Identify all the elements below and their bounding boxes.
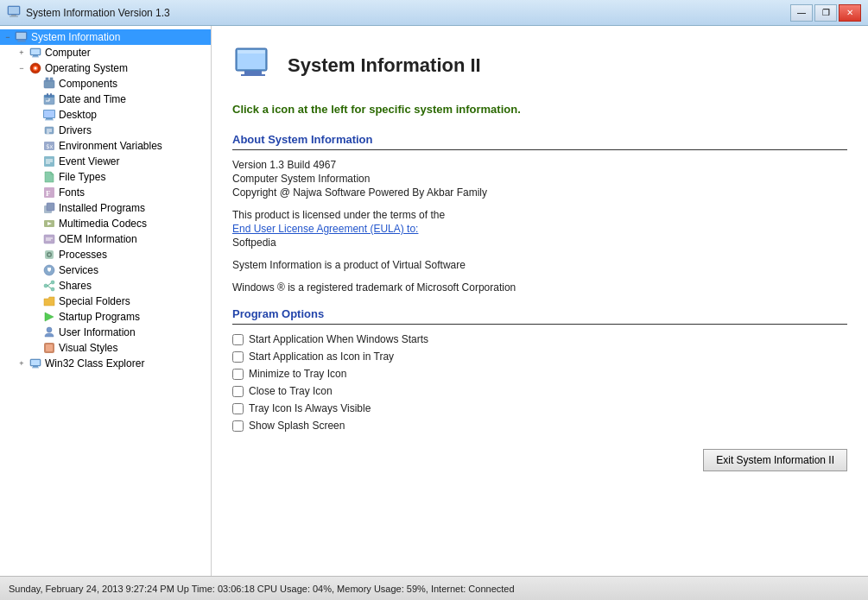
sidebar-item-label-shares: Shares	[59, 280, 92, 292]
checkbox-minimize-tray-label: Minimize to Tray Icon	[249, 368, 346, 380]
sidebar-item-shares[interactable]: Shares	[0, 278, 211, 294]
computer-small-icon	[29, 46, 42, 60]
exit-button[interactable]: Exit System Information II	[703, 449, 847, 471]
checkbox-splash-screen-label: Show Splash Screen	[249, 420, 345, 432]
sidebar-item-event-viewer[interactable]: Event Viewer	[0, 154, 211, 169]
sidebar-item-special-folders[interactable]: Special Folders	[0, 294, 211, 309]
no-expand-ip	[29, 202, 41, 214]
svg-rect-5	[16, 33, 26, 39]
svg-point-50	[48, 254, 51, 256]
sidebar-item-label-user-info: User Information	[59, 326, 136, 338]
svg-rect-19	[44, 95, 54, 98]
svg-rect-7	[17, 41, 26, 42]
svg-point-58	[47, 327, 52, 332]
svg-rect-3	[10, 16, 18, 17]
sidebar-item-visual-styles[interactable]: Visual Styles	[0, 340, 211, 356]
checkbox-close-tray-label: Close to Tray Icon	[249, 385, 333, 397]
envvars-icon: $x	[42, 139, 56, 153]
checkbox-splash-screen: Show Splash Screen	[232, 420, 847, 432]
sidebar-item-fonts[interactable]: F Fonts	[0, 185, 211, 200]
panel-header: System Information II	[232, 43, 847, 87]
product-line: System Information is a product of Virtu…	[232, 259, 847, 271]
svg-rect-6	[18, 40, 25, 41]
panel-title: System Information II	[288, 54, 481, 77]
svg-rect-11	[32, 57, 39, 58]
svg-rect-62	[31, 360, 40, 365]
svg-point-53	[51, 281, 54, 284]
sidebar-item-label-desktop: Desktop	[59, 109, 97, 121]
checkbox-minimize-tray-input[interactable]	[232, 369, 244, 380]
no-expand-dk	[29, 109, 41, 121]
eula-link-line[interactable]: End User License Agreement (EULA) to:	[232, 223, 847, 235]
checkbox-start-windows: Start Application When Windows Starts	[232, 333, 847, 345]
checkbox-start-tray-icon-input[interactable]	[232, 351, 244, 363]
checkbox-close-tray-input[interactable]	[232, 386, 244, 397]
minimize-button[interactable]: —	[790, 4, 813, 22]
svg-rect-68	[241, 74, 265, 76]
sidebar-item-installed-programs[interactable]: Installed Programs	[0, 200, 211, 216]
sidebar-item-oem-info[interactable]: OEM Information	[0, 231, 211, 247]
svg-marker-57	[45, 313, 54, 321]
svg-rect-21	[50, 93, 52, 97]
about-copyright: Copyright @ Najwa Software Powered By Ak…	[232, 186, 847, 199]
sidebar-item-processes[interactable]: Processes	[0, 247, 211, 262]
sidebar-item-file-types[interactable]: File Types	[0, 169, 211, 185]
visualstyles-icon	[42, 341, 56, 355]
checkbox-tray-always-input[interactable]	[232, 403, 244, 414]
services-icon	[42, 263, 56, 277]
no-expand-shares	[29, 280, 41, 292]
sidebar-item-drivers[interactable]: Drivers	[0, 123, 211, 138]
panel-subtitle: Click a icon at the left for specific sy…	[232, 103, 847, 116]
checkbox-start-windows-input[interactable]	[232, 334, 244, 345]
sidebar-item-label-multimedia-codecs: Multimedia Codecs	[59, 218, 147, 230]
sidebar-item-label-oem-info: OEM Information	[59, 233, 137, 245]
svg-rect-42	[47, 203, 54, 211]
no-expand-sf	[29, 295, 41, 307]
close-button[interactable]: ✕	[839, 4, 861, 22]
sidebar-item-date-time[interactable]: Date and Time	[0, 92, 211, 107]
svg-rect-67	[244, 71, 262, 74]
about-product: Computer System Information	[232, 173, 847, 185]
window-title: System Information Version 1.3	[26, 7, 170, 19]
about-divider	[232, 149, 847, 150]
sidebar-item-operating-system[interactable]: − Operating System	[0, 60, 211, 76]
no-expand-ft	[29, 171, 41, 183]
no-expand-mc	[29, 218, 41, 230]
title-bar-left: System Information Version 1.3	[7, 4, 170, 21]
desktop-icon	[42, 108, 56, 122]
svg-rect-60	[46, 344, 53, 351]
no-expand-eviewer	[29, 155, 41, 167]
svg-marker-38	[45, 172, 54, 182]
title-bar: System Information Version 1.3 — ❐ ✕	[0, 0, 868, 26]
no-expand-vs	[29, 342, 41, 354]
os-icon	[29, 61, 42, 75]
specialfolders-icon	[42, 294, 56, 308]
sidebar-item-user-info[interactable]: User Information	[0, 325, 211, 340]
sidebar-item-label-visual-styles: Visual Styles	[59, 342, 117, 354]
no-expand-svc	[29, 264, 41, 276]
svg-rect-45	[44, 235, 54, 243]
svg-point-14	[35, 67, 37, 70]
sidebar-item-components[interactable]: Components	[0, 76, 211, 92]
sidebar-item-services[interactable]: Services	[0, 262, 211, 278]
datetime-icon	[42, 92, 56, 106]
sidebar-item-label-startup-programs: Startup Programs	[59, 311, 140, 323]
eventviewer-icon	[42, 155, 56, 168]
sidebar-item-system-info[interactable]: − System Information	[0, 29, 211, 45]
sidebar-item-label-system-info: System Information	[31, 31, 120, 43]
sidebar-item-multimedia-codecs[interactable]: Multimedia Codecs	[0, 216, 211, 231]
svg-text:F: F	[46, 189, 51, 198]
sidebar-item-label-drivers: Drivers	[59, 124, 92, 136]
sidebar-item-desktop[interactable]: Desktop	[0, 107, 211, 123]
expand-icon-win32: +	[16, 357, 28, 369]
sidebar-item-win32[interactable]: + Win32 Class Explorer	[0, 356, 211, 371]
checkbox-splash-screen-input[interactable]	[232, 420, 244, 432]
sidebar: − System Information + Computer −	[0, 26, 212, 576]
restore-button[interactable]: ❐	[814, 4, 837, 22]
eula-link[interactable]: End User License Agreement (EULA) to:	[232, 223, 418, 235]
sidebar-item-computer[interactable]: + Computer	[0, 45, 211, 60]
sidebar-item-env-vars[interactable]: $x Environment Variables	[0, 138, 211, 154]
checkbox-start-tray-icon: Start Application as Icon in Tray	[232, 351, 847, 363]
sidebar-item-startup-programs[interactable]: Startup Programs	[0, 309, 211, 325]
checkbox-close-tray: Close to Tray Icon	[232, 385, 847, 397]
